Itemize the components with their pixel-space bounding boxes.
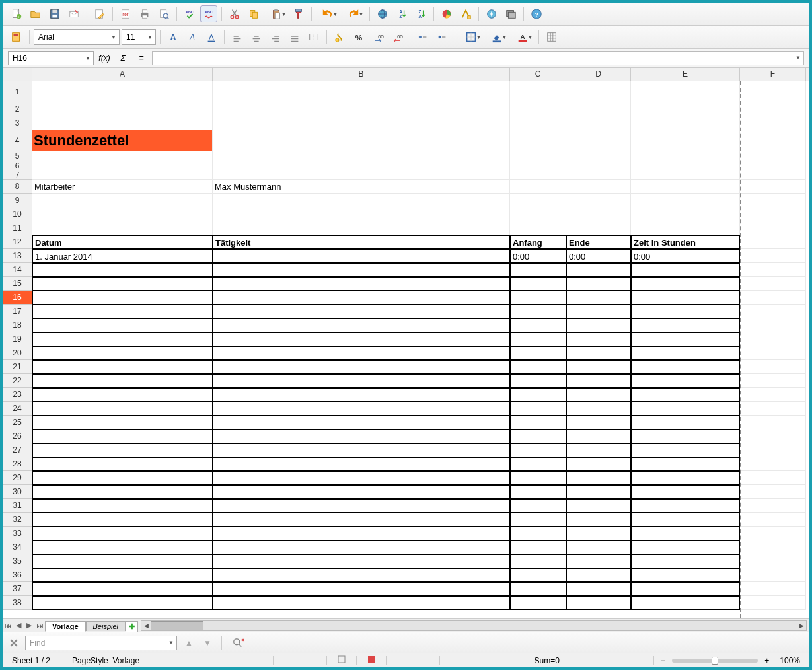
align-right-button[interactable] <box>267 28 284 46</box>
cell-F34[interactable] <box>740 540 806 554</box>
cell-C8[interactable] <box>510 180 566 194</box>
cell-B25[interactable] <box>213 416 510 429</box>
row-header-22[interactable]: 22 <box>3 374 32 388</box>
cell-C26[interactable] <box>510 429 566 443</box>
cell-A25[interactable] <box>32 416 213 429</box>
cell-B29[interactable] <box>213 471 510 485</box>
cell-E14[interactable] <box>631 263 740 277</box>
cell-B2[interactable] <box>213 102 510 116</box>
cell-E31[interactable] <box>631 499 740 513</box>
select-all-corner[interactable] <box>3 68 32 81</box>
bg-color-button[interactable]: ▼ <box>485 28 509 46</box>
cell-F38[interactable] <box>740 596 806 610</box>
cell-reference-combo[interactable]: H16▼ <box>8 51 94 65</box>
cell-E2[interactable] <box>631 102 740 116</box>
cell-B4[interactable] <box>213 130 510 151</box>
cell-C29[interactable] <box>510 471 566 485</box>
cell-E37[interactable] <box>631 582 740 596</box>
cell-B26[interactable] <box>213 429 510 443</box>
decimal-remove-button[interactable]: .000 <box>388 28 406 46</box>
cell-A16[interactable] <box>32 291 213 305</box>
col-header-F[interactable]: F <box>740 68 806 81</box>
cell-F23[interactable] <box>740 388 806 402</box>
cell-B33[interactable] <box>213 527 510 540</box>
equals-button[interactable]: = <box>133 51 149 65</box>
cell-D9[interactable] <box>566 194 631 207</box>
row-header-2[interactable]: 2 <box>3 102 32 116</box>
scroll-thumb[interactable] <box>151 621 203 630</box>
cell-F6[interactable] <box>740 161 806 170</box>
row-header-20[interactable]: 20 <box>3 346 32 360</box>
row-header-3[interactable]: 3 <box>3 116 32 130</box>
row-header-35[interactable]: 35 <box>3 554 32 568</box>
cell-B11[interactable] <box>213 221 510 235</box>
indent-increase-button[interactable] <box>433 28 451 46</box>
row-header-15[interactable]: 15 <box>3 277 32 291</box>
bold-button[interactable]: A <box>165 28 182 46</box>
scroll-right-icon[interactable]: ▶ <box>797 621 806 630</box>
cell-E16[interactable] <box>631 291 740 305</box>
cell-F27[interactable] <box>740 443 806 457</box>
cell-A8[interactable]: Mitarbeiter <box>32 180 213 194</box>
col-header-A[interactable]: A <box>32 68 213 81</box>
cell-B22[interactable] <box>213 374 510 388</box>
horizontal-scrollbar[interactable]: ◀ ▶ <box>141 620 807 631</box>
col-header-E[interactable]: E <box>631 68 740 81</box>
cell-B30[interactable] <box>213 485 510 499</box>
cell-D15[interactable] <box>566 277 631 291</box>
tab-last-button[interactable]: ⏭ <box>34 620 45 632</box>
cell-F29[interactable] <box>740 471 806 485</box>
cell-E4[interactable] <box>631 130 740 151</box>
align-center-button[interactable] <box>248 28 265 46</box>
cell-A7[interactable] <box>32 170 213 180</box>
row-header-5[interactable]: 5 <box>3 151 32 161</box>
cell-C10[interactable] <box>510 207 566 221</box>
sum-button[interactable]: Σ <box>115 51 131 65</box>
cell-C31[interactable] <box>510 499 566 513</box>
cell-D19[interactable] <box>566 332 631 346</box>
find-input[interactable]: Find▼ <box>25 636 177 650</box>
cell-C32[interactable] <box>510 513 566 527</box>
sheet-tab-beispiel[interactable]: Beispiel <box>86 621 126 631</box>
cell-D5[interactable] <box>566 151 631 161</box>
cell-B6[interactable] <box>213 161 510 170</box>
spellcheck-button[interactable]: ABC <box>181 5 198 22</box>
save-button[interactable] <box>46 5 63 22</box>
row-header-13[interactable]: 13 <box>3 249 32 263</box>
cell-D16[interactable] <box>566 291 631 305</box>
cell-D34[interactable] <box>566 540 631 554</box>
row-header-14[interactable]: 14 <box>3 263 32 277</box>
cell-A15[interactable] <box>32 277 213 291</box>
cell-D29[interactable] <box>566 471 631 485</box>
row-header-33[interactable]: 33 <box>3 527 32 540</box>
row-header-36[interactable]: 36 <box>3 568 32 582</box>
cell-A35[interactable] <box>32 554 213 568</box>
zoom-slider[interactable] <box>672 659 758 663</box>
align-justify-button[interactable] <box>286 28 303 46</box>
cell-D23[interactable] <box>566 388 631 402</box>
cell-E7[interactable] <box>631 170 740 180</box>
cell-B7[interactable] <box>213 170 510 180</box>
row-header-32[interactable]: 32 <box>3 513 32 527</box>
cell-C13[interactable]: 0:00 <box>510 249 566 263</box>
cell-F36[interactable] <box>740 568 806 582</box>
font-size-combo[interactable]: 11▼ <box>122 29 156 45</box>
row-header-23[interactable]: 23 <box>3 388 32 402</box>
cell-E23[interactable] <box>631 388 740 402</box>
zoom-out-button[interactable]: − <box>661 656 665 665</box>
cell-C7[interactable] <box>510 170 566 180</box>
cell-E1[interactable] <box>631 81 740 102</box>
cell-E38[interactable] <box>631 596 740 610</box>
cell-E29[interactable] <box>631 471 740 485</box>
cell-A11[interactable] <box>32 221 213 235</box>
cell-F2[interactable] <box>740 102 806 116</box>
cell-E24[interactable] <box>631 402 740 416</box>
cell-B1[interactable] <box>213 81 510 102</box>
tab-next-button[interactable]: ▶ <box>24 620 34 632</box>
cell-A28[interactable] <box>32 457 213 471</box>
cell-D10[interactable] <box>566 207 631 221</box>
cell-E35[interactable] <box>631 554 740 568</box>
cell-A10[interactable] <box>32 207 213 221</box>
cell-D30[interactable] <box>566 485 631 499</box>
cell-D21[interactable] <box>566 360 631 374</box>
